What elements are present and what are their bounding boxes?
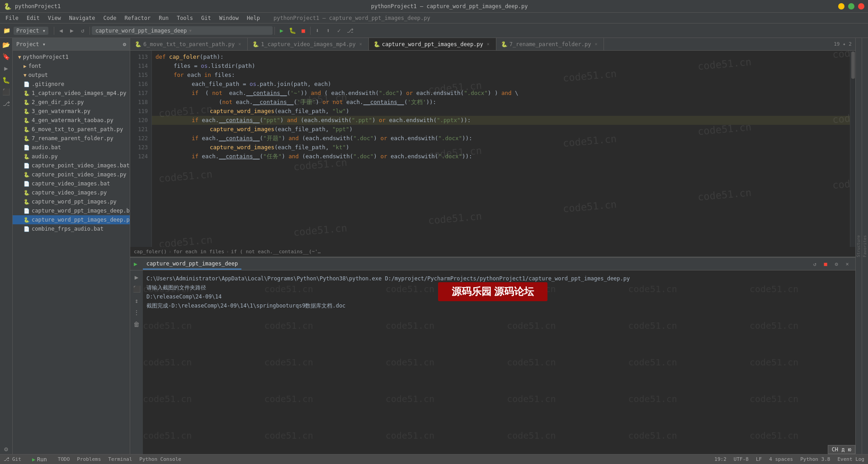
- tree-item-gen-dir[interactable]: 🐍 2_gen_dir_pic.py: [13, 98, 130, 107]
- menu-window[interactable]: Window: [216, 14, 242, 22]
- python-console-label: Python Console: [139, 456, 181, 462]
- menu-view[interactable]: View: [44, 14, 65, 22]
- tree-item-gitignore[interactable]: 📄 .gitignore: [13, 80, 130, 89]
- panel-icon-gear[interactable]: ⚙: [123, 41, 126, 47]
- tree-item-gen-wm-tb[interactable]: 🐍 4_gen_watermark_taobao.py: [13, 116, 130, 125]
- project-view-icon[interactable]: 📂: [1, 40, 11, 50]
- todo-btn[interactable]: TODO: [58, 456, 70, 462]
- tree-item-cap-point-bat[interactable]: 📄 capture_point_video_images.bat: [13, 161, 130, 170]
- stop-button[interactable]: ■: [298, 26, 308, 36]
- run-icon-4[interactable]: ⋮: [132, 308, 142, 317]
- tree-item-combine-bat[interactable]: 📄 combine_frps_audio.bat: [13, 224, 130, 233]
- menu-tools[interactable]: Tools: [173, 14, 197, 22]
- tab-rename-close[interactable]: ×: [593, 41, 599, 47]
- tree-item-cap-word-py[interactable]: 🐍 capture_word_ppt_images.py: [13, 197, 130, 206]
- menu-file[interactable]: File: [2, 14, 22, 22]
- run-icon-3[interactable]: ↕: [132, 296, 142, 306]
- tree-item-cap-video-py[interactable]: 🐍 capture_video_images.py: [13, 188, 130, 197]
- run-panel: ▶ capture_word_ppt_images_deep ↺ ■ ⚙ × ▶…: [130, 257, 855, 454]
- menu-help[interactable]: Help: [243, 14, 264, 22]
- tree-item-cap-point-py[interactable]: 🐍 capture_point_video_images.py: [13, 170, 130, 179]
- tab-capture-video-label: 1_capture_video_images_mp4.py: [261, 41, 356, 47]
- event-log-btn[interactable]: Event Log: [837, 456, 864, 462]
- debug-panel-icon[interactable]: 🐛: [1, 75, 11, 85]
- title-bar: 🐍 pythonProject1 pythonProject1 – captur…: [0, 0, 868, 13]
- debug-button[interactable]: 🐛: [288, 26, 297, 36]
- tree-rename-label: 7_rename_parent_folder.py: [32, 135, 113, 142]
- tree-item-move-txt[interactable]: 🐍 6_move_txt_to_parent_path.py: [13, 125, 130, 134]
- git-status[interactable]: ⎇ Git: [4, 456, 21, 462]
- tab-rename[interactable]: 🐍 7_rename_parent_folder.py ×: [496, 38, 604, 51]
- maximize-button[interactable]: [848, 3, 854, 9]
- line-col-indicator: 19 ✦ 2: [834, 41, 852, 47]
- git-commit-icon[interactable]: ✓: [334, 26, 344, 36]
- project-icon[interactable]: 📁: [2, 26, 12, 36]
- code-content[interactable]: def cap_foler(path): files = os.listdir(…: [152, 51, 850, 247]
- breadcrumb-sep-2: ›: [226, 249, 229, 255]
- refresh-icon[interactable]: ↺: [78, 26, 88, 36]
- tab-cap-deep[interactable]: 🐍 capture_word_ppt_images_deep.py ×: [369, 38, 496, 51]
- tab-cap-deep-close[interactable]: ×: [485, 41, 491, 47]
- tree-item-font[interactable]: ▶ font: [13, 62, 130, 71]
- run-icon[interactable]: ▶: [1, 63, 11, 73]
- git-branch-icon[interactable]: ⎇: [345, 26, 355, 36]
- terminal-icon[interactable]: ⬛: [1, 87, 11, 97]
- run-icon-5[interactable]: 🗑: [132, 319, 142, 329]
- run-close-btn[interactable]: ×: [843, 260, 852, 269]
- run-settings-btn[interactable]: ⚙: [832, 260, 841, 269]
- minimize-button[interactable]: [838, 3, 844, 9]
- tree-item-root[interactable]: ▼ pythonProject1: [13, 52, 130, 62]
- project-selector[interactable]: Project ▾: [14, 27, 48, 35]
- window-title: pythonProject1 – capture_word_ppt_images…: [371, 3, 528, 9]
- tab-move-txt-close[interactable]: ×: [236, 41, 243, 47]
- git-update-icon[interactable]: ⬇: [312, 26, 322, 36]
- close-button[interactable]: [858, 3, 864, 9]
- menu-run[interactable]: Run: [155, 14, 172, 22]
- bookmark-icon[interactable]: 🔖: [1, 52, 11, 62]
- tree-item-cap-video-bat[interactable]: 📄 capture_video_images.bat: [13, 179, 130, 188]
- tree-item-cap-deep-bat[interactable]: 📄 capture_word_ppt_images_deep.bat: [13, 206, 130, 215]
- code-line-115: for each in files:: [152, 71, 850, 80]
- tree-item-audio-py[interactable]: 🐍 audio.py: [13, 152, 130, 161]
- run-terminal[interactable]: C:\Users\Administrator\AppData\Local\Pro…: [143, 270, 855, 454]
- window-controls: [838, 3, 864, 9]
- problems-btn[interactable]: Problems: [77, 456, 101, 462]
- toolbar-sep-3: [274, 27, 275, 35]
- tree-item-rename[interactable]: 🐍 7_rename_parent_folder.py: [13, 134, 130, 143]
- terminal-line-3: D:\releaseComp\24-09\14: [146, 292, 852, 301]
- menu-refactor[interactable]: Refactor: [121, 14, 154, 22]
- run-stop-btn[interactable]: ■: [821, 260, 830, 269]
- menu-edit[interactable]: Edit: [23, 14, 43, 22]
- project-tree: ▼ pythonProject1 ▶ font ▼ output 📄 .giti…: [13, 51, 130, 454]
- run-icon-1[interactable]: ▶: [132, 272, 142, 282]
- tree-item-capture-video[interactable]: 🐍 1_capture_video_images_mp4.py: [13, 89, 130, 98]
- menu-git[interactable]: Git: [198, 14, 215, 22]
- tree-item-cap-deep-py[interactable]: 🐍 capture_word_ppt_images_deep.py: [13, 215, 130, 224]
- todo-label: TODO: [58, 456, 70, 462]
- tab-rename-icon: 🐍: [501, 41, 508, 47]
- menu-navigate[interactable]: Navigate: [66, 14, 99, 22]
- settings-icon[interactable]: ⚙: [1, 444, 11, 454]
- tab-move-txt[interactable]: 🐍 6_move_txt_to_parent_path.py ×: [130, 38, 248, 51]
- git-panel-icon[interactable]: ⎇: [1, 99, 11, 109]
- app-logo: 🐍: [4, 3, 11, 10]
- menu-code[interactable]: Code: [100, 14, 120, 22]
- line-col-status: 19:2: [714, 456, 726, 462]
- git-push-icon[interactable]: ⬆: [323, 26, 333, 36]
- tree-item-gen-wm[interactable]: 🐍 3_gen_watermark.py: [13, 107, 130, 116]
- run-button[interactable]: ▶: [277, 26, 287, 36]
- back-icon[interactable]: ◀: [56, 26, 66, 36]
- tree-item-audio-bat[interactable]: 📄 audio.bat: [13, 143, 130, 152]
- tab-capture-video-close[interactable]: ×: [358, 41, 364, 47]
- run-rerun-btn[interactable]: ↺: [810, 260, 819, 269]
- run-tab-main[interactable]: capture_word_ppt_images_deep: [143, 259, 241, 270]
- run-icon-2[interactable]: ⬛: [132, 284, 142, 294]
- forward-icon[interactable]: ▶: [67, 26, 77, 36]
- tree-gen-wm-label: 3_gen_watermark.py: [32, 108, 90, 114]
- tree-item-output[interactable]: ▼ output: [13, 71, 130, 80]
- python-console-btn[interactable]: Python Console: [139, 456, 181, 462]
- run-status-btn[interactable]: ▶ Run: [28, 455, 51, 464]
- terminal-btn[interactable]: Terminal: [108, 456, 132, 462]
- code-scrollbar[interactable]: [850, 51, 855, 247]
- tab-capture-video[interactable]: 🐍 1_capture_video_images_mp4.py ×: [248, 38, 369, 51]
